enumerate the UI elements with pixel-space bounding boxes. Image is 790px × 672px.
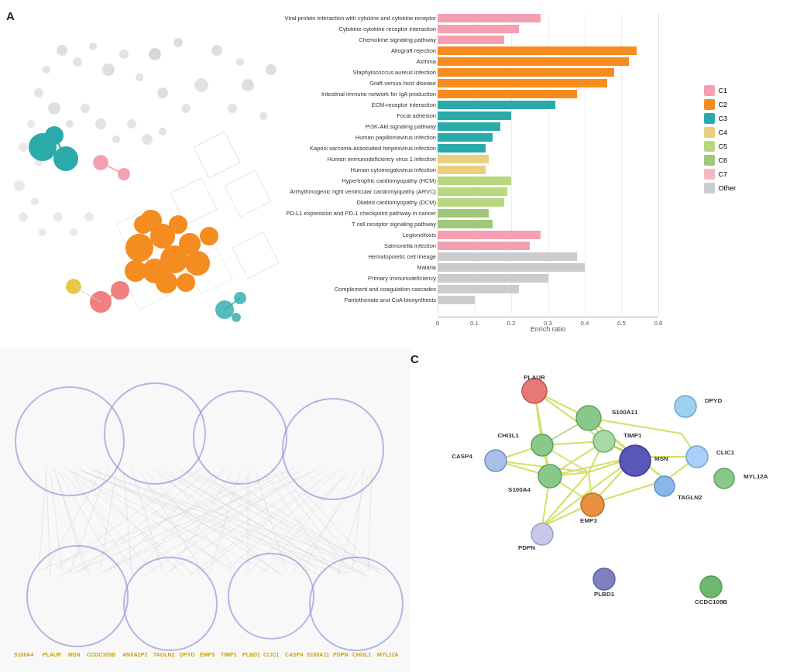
bar-chart-panel: Viral protein interaction with cytokine …: [283, 8, 740, 341]
svg-text:MSN: MSN: [654, 455, 668, 462]
svg-text:S100A4: S100A4: [508, 486, 531, 493]
svg-text:S100A11: S100A11: [307, 652, 329, 657]
svg-point-62: [177, 273, 195, 292]
svg-point-36: [84, 212, 94, 221]
svg-point-219: [538, 465, 562, 488]
svg-point-35: [70, 228, 77, 236]
svg-point-227: [531, 523, 553, 545]
svg-point-211: [485, 450, 507, 471]
svg-point-4: [242, 79, 254, 91]
svg-marker-40: [232, 232, 279, 279]
svg-text:TAGLN2: TAGLN2: [678, 494, 702, 501]
svg-point-8: [194, 78, 208, 92]
svg-text:TIMP1: TIMP1: [221, 652, 237, 657]
svg-text:S100A4: S100A4: [14, 652, 33, 657]
svg-point-34: [53, 212, 63, 221]
svg-text:TAGLN2: TAGLN2: [153, 652, 175, 657]
svg-point-5: [228, 104, 237, 113]
svg-point-19: [48, 102, 60, 115]
svg-point-23: [112, 135, 120, 143]
svg-text:CCDC109B: CCDC109B: [695, 598, 727, 605]
svg-marker-37: [194, 132, 240, 178]
svg-point-223: [654, 476, 675, 496]
svg-point-213: [593, 430, 615, 452]
svg-text:TIMP1: TIMP1: [623, 432, 642, 439]
svg-point-61: [156, 272, 177, 293]
svg-point-13: [102, 63, 115, 76]
svg-line-172: [534, 391, 550, 476]
svg-point-12: [119, 50, 129, 59]
bipartite-panel: S100A4 PLAUR MSN CCDC109B ANXA2P2 TAGLN2…: [0, 348, 410, 672]
svg-point-229: [593, 568, 615, 590]
svg-point-231: [700, 576, 722, 598]
svg-point-7: [266, 64, 276, 75]
svg-text:S100A11: S100A11: [612, 409, 638, 416]
svg-text:ANXA2P2: ANXA2P2: [122, 652, 147, 657]
svg-text:DPYD: DPYD: [705, 397, 722, 404]
svg-point-9: [181, 104, 191, 113]
svg-text:CHI3L1: CHI3L1: [352, 652, 371, 657]
svg-point-225: [581, 493, 604, 516]
svg-point-207: [675, 396, 696, 417]
svg-point-203: [522, 379, 547, 403]
svg-point-31: [31, 197, 39, 205]
svg-text:CCDC109B: CCDC109B: [87, 652, 115, 657]
svg-point-217: [620, 445, 651, 476]
svg-point-16: [57, 45, 67, 56]
svg-point-27: [27, 120, 35, 128]
svg-text:PDPN: PDPN: [518, 544, 535, 551]
svg-text:DPYD: DPYD: [180, 652, 194, 657]
svg-point-1: [173, 38, 183, 47]
svg-point-26: [159, 128, 167, 135]
svg-text:PDPN: PDPN: [333, 652, 348, 657]
svg-point-215: [686, 446, 708, 468]
svg-text:MYL12A: MYL12A: [744, 473, 768, 480]
svg-point-209: [531, 434, 553, 456]
svg-point-33: [39, 228, 46, 236]
network-panel: [0, 8, 294, 341]
svg-point-3: [236, 58, 244, 66]
svg-text:MYL12A: MYL12A: [377, 652, 399, 657]
legend: C1 C2 C3 C4 C5 C6: [704, 85, 736, 197]
protein-network-panel: PLAUR S100A11 DPYD CHI3L1 CASP4 TIMP1 CL…: [410, 348, 790, 672]
svg-rect-78: [0, 348, 410, 672]
svg-point-18: [34, 88, 43, 98]
svg-text:PLAUR: PLAUR: [524, 374, 545, 381]
svg-point-17: [43, 66, 50, 74]
svg-point-63: [125, 260, 146, 282]
svg-point-60: [200, 227, 218, 245]
svg-point-77: [232, 313, 241, 322]
x-axis-label: Enrich ratio: [438, 325, 658, 333]
svg-point-10: [157, 87, 168, 98]
svg-text:CLIC1: CLIC1: [716, 449, 735, 456]
svg-text:CASP4: CASP4: [452, 453, 472, 460]
svg-point-57: [169, 215, 187, 234]
svg-point-20: [66, 120, 74, 128]
svg-text:CASP4: CASP4: [285, 652, 303, 657]
svg-point-21: [81, 104, 90, 113]
svg-point-25: [142, 134, 153, 145]
svg-text:PLAUR: PLAUR: [43, 652, 61, 657]
svg-text:EMP3: EMP3: [580, 517, 597, 524]
legend-other-label: Other: [718, 184, 736, 192]
svg-point-6: [259, 112, 267, 120]
svg-text:MSN: MSN: [68, 652, 81, 657]
svg-point-0: [149, 48, 161, 60]
svg-point-221: [714, 468, 734, 489]
svg-point-14: [89, 43, 97, 50]
svg-text:CHI3L1: CHI3L1: [497, 432, 519, 439]
svg-point-32: [19, 212, 28, 221]
svg-text:CLIC1: CLIC1: [263, 652, 279, 657]
svg-point-205: [576, 406, 601, 430]
svg-text:PLBD1: PLBD1: [594, 591, 615, 598]
svg-point-24: [127, 119, 136, 129]
svg-point-22: [95, 118, 106, 129]
svg-point-11: [136, 74, 143, 81]
svg-text:EMP3: EMP3: [200, 652, 215, 657]
svg-text:PLBD1: PLBD1: [242, 652, 260, 657]
svg-point-59: [185, 251, 210, 276]
svg-point-30: [14, 180, 25, 191]
svg-point-15: [73, 57, 82, 67]
svg-point-2: [211, 45, 222, 56]
svg-marker-38: [225, 170, 271, 217]
